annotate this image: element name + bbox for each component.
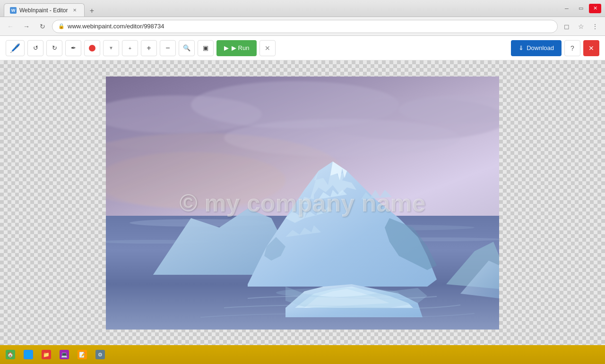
security-icon: 🔒 bbox=[58, 23, 65, 29]
taskbar-item-6[interactable]: ⚙ bbox=[92, 347, 109, 362]
cancel-button[interactable]: ✕ bbox=[259, 40, 276, 56]
zoom-in-icon: + bbox=[147, 44, 151, 52]
taskbar-icon-4: 💻 bbox=[60, 350, 69, 359]
image-container: © my company name bbox=[106, 76, 499, 330]
bookmark-icon[interactable]: ☆ bbox=[575, 20, 587, 33]
fit-icon: ▣ bbox=[203, 44, 208, 51]
minimize-button[interactable]: ─ bbox=[561, 4, 573, 13]
dropdown-arrow-icon: ▼ bbox=[109, 45, 113, 51]
help-icon: ? bbox=[570, 44, 574, 52]
eraser-icon: 🖊️ bbox=[10, 43, 20, 53]
toolbar-close-button[interactable]: ✕ bbox=[583, 40, 599, 56]
undo-button[interactable]: ↺ bbox=[27, 40, 43, 56]
taskbar-item-4[interactable]: 💻 bbox=[56, 347, 73, 362]
taskbar-item-3[interactable]: 📁 bbox=[38, 347, 55, 362]
forward-button[interactable]: → bbox=[20, 20, 33, 33]
run-button[interactable]: ▶ ▶ Run bbox=[216, 40, 257, 56]
active-tab[interactable]: W WebInpaint - Editor ✕ bbox=[4, 3, 85, 17]
app-toolbar: 🖊️ ↺ ↻ ✒ ▼ + + − 🔍 ▣ bbox=[0, 36, 605, 60]
download-button[interactable]: ⇓ Download bbox=[511, 40, 562, 56]
tab-favicon: W bbox=[10, 7, 17, 14]
canvas-area[interactable]: © my company name bbox=[0, 60, 605, 345]
taskbar-icon-1: 🏠 bbox=[6, 350, 15, 359]
eraser-tool-button[interactable]: 🖊️ bbox=[6, 40, 25, 56]
redo-icon: ↻ bbox=[52, 44, 57, 51]
taskbar-icon-6: ⚙ bbox=[95, 350, 105, 359]
address-actions: ◻ ☆ ⋮ bbox=[561, 20, 601, 33]
address-bar: ← → ↻ 🔒 www.webinpaint.com/editor/998734… bbox=[0, 17, 605, 36]
undo-icon: ↺ bbox=[33, 44, 38, 51]
toolbar-right: ⇓ Download ? ✕ bbox=[511, 40, 599, 56]
redo-button[interactable]: ↻ bbox=[46, 40, 62, 56]
url-text: www.webinpaint.com/editor/998734 bbox=[68, 23, 552, 30]
color-dot bbox=[89, 45, 95, 51]
back-button[interactable]: ← bbox=[4, 20, 17, 33]
zoom-small-button[interactable]: + bbox=[122, 40, 138, 56]
download-icon: ⇓ bbox=[519, 44, 524, 51]
refresh-button[interactable]: ↻ bbox=[36, 20, 49, 33]
taskbar-icon-5: 📝 bbox=[78, 350, 87, 359]
tab-title: WebInpaint - Editor bbox=[19, 7, 68, 14]
tab-close-button[interactable]: ✕ bbox=[71, 7, 78, 14]
window-close-button[interactable]: ✕ bbox=[589, 4, 601, 13]
run-label: ▶ Run bbox=[232, 44, 249, 51]
brush-button[interactable]: ✒ bbox=[65, 40, 81, 56]
new-tab-button[interactable]: + bbox=[86, 5, 98, 17]
window-controls: ─ ▭ ✕ bbox=[561, 4, 601, 13]
taskbar-item-1[interactable]: 🏠 bbox=[2, 347, 19, 362]
search-icon: 🔍 bbox=[183, 44, 190, 51]
play-icon: ▶ bbox=[224, 44, 229, 51]
cancel-icon: ✕ bbox=[265, 44, 270, 52]
cast-icon[interactable]: ◻ bbox=[561, 20, 573, 33]
taskbar-item-5[interactable]: 📝 bbox=[74, 347, 91, 362]
title-bar: W WebInpaint - Editor ✕ + ─ ▭ ✕ bbox=[0, 0, 605, 17]
toolbar-close-icon: ✕ bbox=[588, 44, 594, 52]
brush-icon: ✒ bbox=[71, 44, 76, 51]
zoom-out-icon: − bbox=[165, 44, 170, 52]
download-label: Download bbox=[527, 44, 554, 51]
taskbar-icon-3: 📁 bbox=[42, 350, 51, 359]
zoom-out-button[interactable]: − bbox=[160, 40, 176, 56]
maximize-button[interactable]: ▭ bbox=[575, 4, 587, 13]
color-dropdown-button[interactable]: ▼ bbox=[103, 40, 119, 56]
menu-icon[interactable]: ⋮ bbox=[589, 20, 601, 33]
iceberg-image bbox=[106, 76, 499, 330]
small-plus-icon: + bbox=[129, 45, 131, 51]
fit-button[interactable]: ▣ bbox=[198, 40, 214, 56]
help-button[interactable]: ? bbox=[564, 40, 580, 56]
color-picker-button[interactable] bbox=[84, 40, 100, 56]
taskbar-icon-2: 🌐 bbox=[24, 350, 33, 359]
zoom-in-button[interactable]: + bbox=[141, 40, 157, 56]
browser-frame: W WebInpaint - Editor ✕ + ─ ▭ ✕ ← → ↻ 🔒 … bbox=[0, 0, 605, 364]
url-bar[interactable]: 🔒 www.webinpaint.com/editor/998734 bbox=[52, 20, 558, 33]
taskbar-item-2[interactable]: 🌐 bbox=[20, 347, 37, 362]
tab-area: W WebInpaint - Editor ✕ + bbox=[4, 0, 561, 17]
search-button[interactable]: 🔍 bbox=[179, 40, 195, 56]
taskbar: 🏠 🌐 📁 💻 📝 ⚙ bbox=[0, 345, 605, 364]
